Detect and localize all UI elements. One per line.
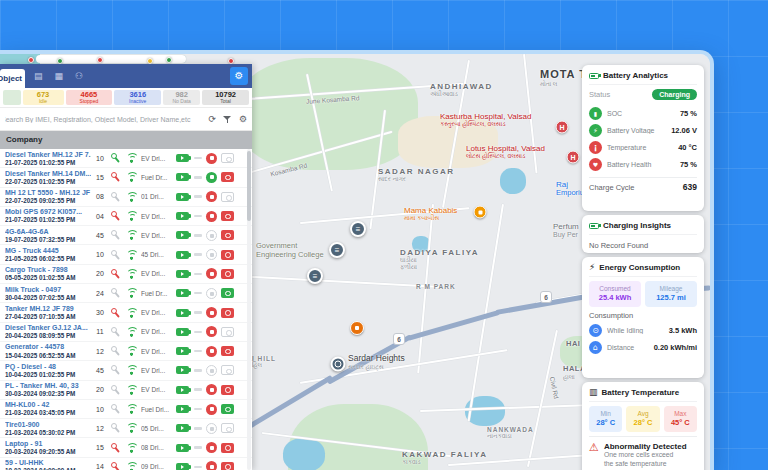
vehicle-row[interactable]: Diesel Tanker MH.14 DM... 22-07-2025 01:… [0, 168, 252, 187]
power-status-icon[interactable] [206, 423, 217, 434]
vehicle-list-scrollbar[interactable] [247, 149, 251, 470]
camera-icon[interactable] [221, 404, 234, 414]
vehicle-row[interactable]: Mobi GPS 6972 KI057... 21-07-2025 01:02:… [0, 207, 252, 226]
power-status-icon[interactable] [206, 346, 217, 357]
camera-icon[interactable] [221, 153, 234, 163]
vehicle-row[interactable]: Milk Truck - 0497 30-04-2025 07:02:55 AM… [0, 284, 252, 303]
camera-icon[interactable] [221, 211, 234, 221]
vehicle-name[interactable]: Mobi GPS 6972 KI057... [5, 208, 91, 216]
company-group-header[interactable]: Company [0, 131, 252, 149]
status-count-chip[interactable]: 10792 Total [202, 90, 249, 105]
power-status-icon[interactable] [206, 230, 217, 241]
camera-icon[interactable] [221, 462, 234, 470]
vehicle-name[interactable]: Diesel Tanker MH.12 JF 7... [5, 151, 91, 159]
vehicle-row[interactable]: Diesel Tanker MH.12 JF 7... 21-07-2025 0… [0, 149, 252, 168]
tab-object[interactable]: Object [0, 69, 25, 88]
camera-icon[interactable] [221, 269, 234, 279]
camera-icon[interactable] [221, 250, 234, 260]
vehicle-name[interactable]: Diesel Tanker GJ.12 JA... [5, 324, 91, 332]
vehicle-name[interactable]: Generator - 44578 [5, 343, 91, 351]
camera-icon[interactable] [221, 327, 234, 337]
vehicle-name[interactable]: PQ - Diesel - 48 [5, 363, 91, 371]
camera-icon[interactable] [221, 308, 234, 318]
power-status-icon[interactable] [206, 172, 217, 183]
camera-icon[interactable] [221, 346, 234, 356]
map-marker[interactable] [350, 321, 364, 335]
wifi-signal-icon [124, 365, 139, 375]
vehicle-name[interactable]: 4G-6A-4G-6A [5, 228, 91, 236]
vehicle-name[interactable]: Milk Truck - 0497 [5, 286, 91, 294]
status-count-chip[interactable] [3, 90, 21, 105]
vehicle-row[interactable]: Generator - 44578 15-04-2025 06:52:55 AM… [0, 342, 252, 361]
filter-icon[interactable] [223, 115, 232, 124]
camera-icon[interactable] [221, 192, 234, 202]
status-count-chip[interactable]: 982 No Data [163, 90, 200, 105]
camera-icon[interactable] [221, 230, 234, 240]
map-marker[interactable]: 6 [393, 333, 405, 345]
vehicle-row[interactable]: MH-KL00 - 42 21-03-2024 03:45:05 PM 10 F… [0, 400, 252, 419]
vehicle-row[interactable]: 59 - UI-HHK 19-03-2024 04:09:00 AM 14 09… [0, 458, 252, 470]
vehicle-name[interactable]: Cargo Truck - 7898 [5, 266, 91, 274]
map-marker[interactable]: H [556, 121, 569, 134]
vehicle-name[interactable]: PL - Tanker MH. 40, 33 [5, 382, 91, 390]
map-marker[interactable]: ≡ [307, 268, 323, 284]
status-count-chip[interactable]: 3616 Inactive [114, 90, 161, 105]
power-status-icon[interactable] [206, 249, 217, 260]
vehicle-row[interactable]: MH 12 LT 5550 - MH.12 JF 7... 22-07-2025… [0, 188, 252, 207]
power-status-icon[interactable] [206, 326, 217, 337]
search-input[interactable] [5, 116, 201, 123]
refresh-icon[interactable]: ⟳ [208, 114, 216, 124]
vehicle-row[interactable]: Diesel Tanker GJ.12 JA... 20-04-2025 08:… [0, 323, 252, 342]
bin-icon[interactable]: ▤ [34, 71, 43, 81]
camera-icon[interactable] [221, 365, 234, 375]
map-vehicle-dot[interactable] [28, 57, 34, 63]
vehicle-row[interactable]: PQ - Diesel - 48 10-04-2025 01:02:55 PM … [0, 361, 252, 380]
network-icon[interactable]: ⚇ [75, 71, 83, 81]
power-status-icon[interactable] [206, 268, 217, 279]
power-status-icon[interactable] [206, 384, 217, 395]
power-status-icon[interactable] [206, 442, 217, 453]
camera-icon[interactable] [221, 423, 234, 433]
settings-button[interactable]: ⚙ [230, 67, 248, 85]
map-marker[interactable]: ≡ [350, 221, 366, 237]
vehicle-row[interactable]: PL - Tanker MH. 40, 33 30-03-2024 09:02:… [0, 381, 252, 400]
vehicle-name[interactable]: MG - Truck 4445 [5, 247, 91, 255]
vehicle-name[interactable]: 59 - UI-HHK [5, 459, 91, 467]
power-status-icon[interactable] [206, 211, 217, 222]
map-marker[interactable]: H [567, 151, 580, 164]
vehicle-name[interactable]: Laptop - 91 [5, 440, 91, 448]
vehicle-name[interactable]: MH 12 LT 5550 - MH.12 JF 7... [5, 189, 91, 197]
vehicle-name[interactable]: Tire01-900 [5, 421, 91, 429]
camera-icon[interactable] [221, 172, 234, 182]
grid-view-icon[interactable]: ▦ [55, 71, 64, 81]
gear-icon[interactable]: ⚙ [239, 114, 247, 124]
status-count-chip[interactable]: 673 Idle [23, 90, 64, 105]
camera-icon[interactable] [221, 443, 234, 453]
vehicle-list[interactable]: Diesel Tanker MH.12 JF 7... 21-07-2025 0… [0, 149, 252, 470]
camera-icon[interactable] [221, 385, 234, 395]
map-marker[interactable]: 6 [540, 291, 552, 303]
map-marker[interactable] [331, 357, 346, 372]
vehicle-name[interactable]: Tanker MH.12 JF 789 [5, 305, 91, 313]
map-vehicle-dot[interactable] [166, 57, 172, 63]
power-status-icon[interactable] [206, 153, 217, 164]
power-status-icon[interactable] [206, 461, 217, 470]
status-count-chip[interactable]: 4665 Stopped [66, 90, 113, 105]
map-marker[interactable]: ≡ [329, 242, 345, 258]
vehicle-row[interactable]: 4G-6A-4G-6A 19-07-2025 07:32:55 PM 45 EV… [0, 226, 252, 245]
map-vehicle-dot[interactable] [97, 57, 103, 63]
vehicle-name[interactable]: MH-KL00 - 42 [5, 401, 91, 409]
vehicle-row[interactable]: MG - Truck 4445 21-05-2025 06:02:55 PM 1… [0, 245, 252, 264]
power-status-icon[interactable] [206, 191, 217, 202]
power-status-icon[interactable] [206, 307, 217, 318]
vehicle-row[interactable]: Tire01-900 21-03-2024 05:30:02 PM 12 05 … [0, 419, 252, 438]
power-status-icon[interactable] [206, 288, 217, 299]
camera-icon[interactable] [221, 288, 234, 298]
vehicle-row[interactable]: Cargo Truck - 7898 05-05-2025 01:02:55 A… [0, 265, 252, 284]
power-status-icon[interactable] [206, 365, 217, 376]
power-status-icon[interactable] [206, 404, 217, 415]
map-marker[interactable] [474, 206, 487, 219]
vehicle-name[interactable]: Diesel Tanker MH.14 DM... [5, 170, 91, 178]
vehicle-row[interactable]: Tanker MH.12 JF 789 27-04-2025 07:10:55 … [0, 303, 252, 322]
vehicle-row[interactable]: Laptop - 91 20-03-2024 09:20:55 AM 15 08… [0, 438, 252, 457]
